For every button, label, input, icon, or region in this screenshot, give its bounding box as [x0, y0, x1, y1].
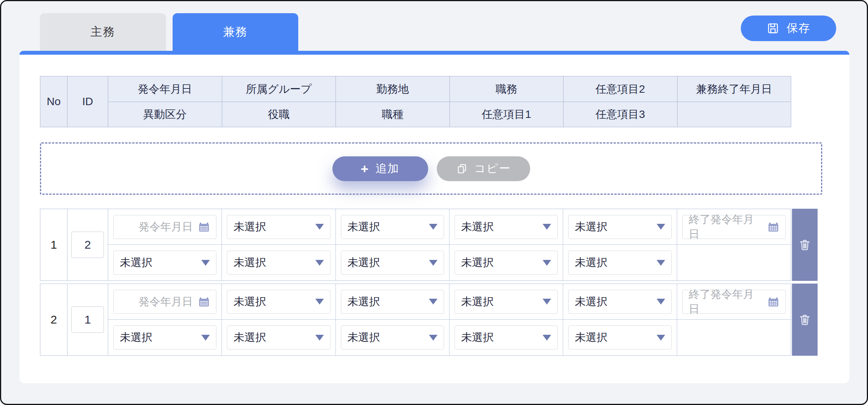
select-transfer-category[interactable]: 未選択: [113, 251, 216, 275]
header-col-duty: 職務 任意項目1: [450, 76, 564, 127]
cell-transfer-category: 未選択: [108, 245, 222, 280]
cell-issue-date: 発令年月日: [108, 284, 222, 320]
end-date-input[interactable]: 終了発令年月日: [682, 215, 786, 239]
select-value: 未選択: [233, 294, 266, 309]
record-empty-cell: [677, 320, 791, 355]
chevron-down-icon: [429, 299, 437, 305]
delete-record-button[interactable]: [792, 209, 818, 281]
select-work-location[interactable]: 未選択: [341, 290, 444, 314]
issue-date-placeholder: 発令年月日: [138, 294, 193, 309]
cell-optional-2: 未選択: [563, 284, 677, 320]
select-value: 未選択: [461, 255, 494, 270]
record-row: 2 1 発令年月日: [40, 284, 818, 356]
chevron-down-icon: [657, 299, 665, 305]
calendar-icon: [198, 296, 210, 308]
header-affiliation-group: 所属グループ: [222, 76, 336, 102]
select-optional2[interactable]: 未選択: [568, 215, 671, 239]
record-list: 1 2 発令年月日: [40, 209, 818, 356]
trash-icon: [798, 238, 812, 252]
chevron-down-icon: [657, 335, 665, 341]
issue-date-input[interactable]: 発令年月日: [113, 215, 216, 239]
chevron-down-icon: [657, 224, 665, 230]
record-no: 1: [40, 209, 67, 280]
copy-icon: [456, 163, 468, 175]
content-panel: No ID 発令年月日 異動区分 所属グループ 役職 勤務地 職種 職務 任意項…: [19, 51, 849, 383]
select-work-location[interactable]: 未選択: [341, 215, 444, 239]
record-fields-box: 2 1 発令年月日: [40, 284, 791, 356]
header-concurrent-end-date: 兼務終了年月日: [678, 76, 791, 102]
delete-record-button[interactable]: [792, 284, 818, 356]
panel-accent-bar: [19, 51, 849, 55]
header-issue-date: 発令年月日: [108, 76, 222, 102]
header-table: No ID 発令年月日 異動区分 所属グループ 役職 勤務地 職種 職務 任意項…: [40, 76, 791, 127]
select-duty[interactable]: 未選択: [455, 215, 558, 239]
cell-optional-1: 未選択: [450, 320, 563, 355]
chevron-down-icon: [429, 224, 437, 230]
header-id: ID: [67, 76, 108, 127]
select-value: 未選択: [348, 294, 380, 309]
record-row: 1 2 発令年月日: [40, 209, 818, 281]
select-optional1[interactable]: 未選択: [455, 325, 558, 350]
cell-position: 未選択: [222, 245, 335, 280]
chevron-down-icon: [315, 260, 324, 266]
select-optional3[interactable]: 未選択: [568, 325, 671, 350]
select-job-type[interactable]: 未選択: [341, 325, 444, 350]
tab-main-duty-label: 主務: [91, 24, 116, 40]
cell-optional-2: 未選択: [563, 209, 677, 245]
header-col-location: 勤務地 職種: [336, 76, 450, 127]
select-value: 未選択: [575, 294, 607, 309]
chevron-down-icon: [657, 260, 665, 266]
select-affiliation-group[interactable]: 未選択: [227, 290, 330, 314]
select-value: 未選択: [348, 220, 380, 234]
issue-date-input[interactable]: 発令年月日: [113, 290, 216, 314]
select-job-type[interactable]: 未選択: [341, 251, 444, 275]
chevron-down-icon: [429, 260, 437, 266]
select-affiliation-group[interactable]: 未選択: [227, 215, 330, 239]
end-date-placeholder: 終了発令年月日: [689, 212, 762, 242]
cell-affiliation-group: 未選択: [222, 209, 335, 245]
header-job-type: 職種: [336, 102, 450, 127]
plus-icon: +: [361, 162, 369, 175]
header-optional-3: 任意項目3: [564, 102, 677, 127]
tab-main-duty[interactable]: 主務: [40, 13, 166, 51]
select-duty[interactable]: 未選択: [455, 290, 558, 314]
copy-button[interactable]: コピー: [437, 156, 530, 181]
select-value: 未選択: [575, 220, 607, 234]
select-value: 未選択: [461, 330, 494, 345]
calendar-icon: [768, 296, 779, 308]
header-optional-1: 任意項目1: [450, 102, 564, 127]
copy-button-label: コピー: [474, 161, 511, 177]
calendar-icon: [198, 221, 210, 233]
app-frame: 主務 兼務 保存 No ID 発令年月日 異動区分 所属グループ 役: [0, 0, 868, 405]
record-id-input[interactable]: 2: [71, 232, 104, 258]
tab-concurrent-duty-label: 兼務: [223, 24, 248, 40]
select-value: 未選択: [575, 330, 607, 345]
end-date-input[interactable]: 終了発令年月日: [682, 290, 786, 314]
header-col-end-date: 兼務終了年月日: [678, 76, 791, 127]
tab-concurrent-duty[interactable]: 兼務: [173, 13, 298, 51]
cell-optional-3: 未選択: [563, 245, 677, 280]
select-optional1[interactable]: 未選択: [455, 251, 558, 275]
select-transfer-category[interactable]: 未選択: [113, 325, 216, 350]
cell-transfer-category: 未選択: [108, 320, 222, 355]
save-icon: [766, 22, 780, 35]
save-button[interactable]: 保存: [741, 16, 836, 41]
header-no: No: [40, 76, 67, 127]
add-copy-zone: + 追加 コピー: [40, 142, 822, 195]
select-value: 未選択: [461, 294, 494, 309]
record-field-grid: 発令年月日: [108, 209, 791, 280]
cell-optional-1: 未選択: [450, 245, 563, 280]
chevron-down-icon: [429, 335, 437, 341]
select-position[interactable]: 未選択: [227, 325, 330, 350]
add-button[interactable]: + 追加: [332, 156, 428, 181]
select-optional3[interactable]: 未選択: [568, 251, 671, 275]
chevron-down-icon: [315, 299, 324, 305]
record-id-input[interactable]: 1: [71, 306, 104, 333]
select-value: 未選択: [461, 220, 494, 234]
select-optional2[interactable]: 未選択: [568, 290, 671, 314]
chevron-down-icon: [201, 260, 210, 266]
header-position: 役職: [222, 102, 336, 127]
cell-affiliation-group: 未選択: [222, 284, 335, 320]
header-duty: 職務: [450, 76, 564, 102]
select-position[interactable]: 未選択: [227, 251, 330, 275]
